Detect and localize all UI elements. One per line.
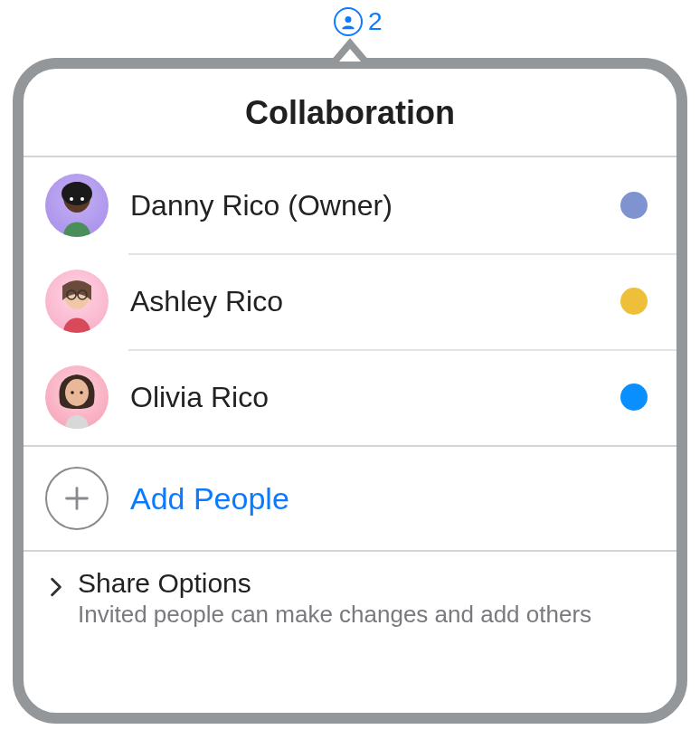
collaborator-row[interactable]: Ashley Rico xyxy=(24,253,676,349)
collaborator-list: Danny Rico (Owner) Ashley Rico xyxy=(24,157,676,445)
avatar xyxy=(45,174,109,237)
plus-icon xyxy=(45,467,109,530)
avatar xyxy=(45,270,109,333)
collaborator-name: Olivia Rico xyxy=(130,381,599,414)
collaboration-popover: Collaboration Danny Rico (Owner) xyxy=(13,40,687,724)
share-options-subtitle: Invited people can make changes and add … xyxy=(78,601,591,629)
collaborator-row[interactable]: Olivia Rico xyxy=(24,349,676,445)
svg-point-9 xyxy=(65,379,89,406)
collaborator-color-dot xyxy=(620,192,648,219)
collaborator-row[interactable]: Danny Rico (Owner) xyxy=(24,157,676,253)
share-options-title: Share Options xyxy=(78,568,591,599)
add-people-label: Add People xyxy=(130,481,289,516)
share-options-button[interactable]: Share Options Invited people can make ch… xyxy=(24,552,676,645)
collaboration-toolbar-button[interactable]: 2 xyxy=(334,7,383,36)
avatar xyxy=(45,365,109,429)
svg-point-0 xyxy=(345,16,352,23)
svg-point-11 xyxy=(80,391,83,394)
popover-arrow xyxy=(330,38,370,62)
collaborator-name: Danny Rico (Owner) xyxy=(130,189,599,223)
collaborator-name: Ashley Rico xyxy=(130,285,599,318)
svg-point-4 xyxy=(80,197,84,201)
svg-point-10 xyxy=(71,391,74,394)
collaborator-color-dot xyxy=(620,384,648,411)
collaborator-color-dot xyxy=(620,288,648,315)
svg-point-2 xyxy=(61,182,92,205)
add-people-button[interactable]: Add People xyxy=(24,445,676,552)
popover-title: Collaboration xyxy=(24,69,676,157)
chevron-right-icon xyxy=(45,572,67,602)
svg-point-3 xyxy=(70,197,73,201)
person-circle-icon xyxy=(334,7,363,36)
collaborator-count: 2 xyxy=(368,7,383,36)
